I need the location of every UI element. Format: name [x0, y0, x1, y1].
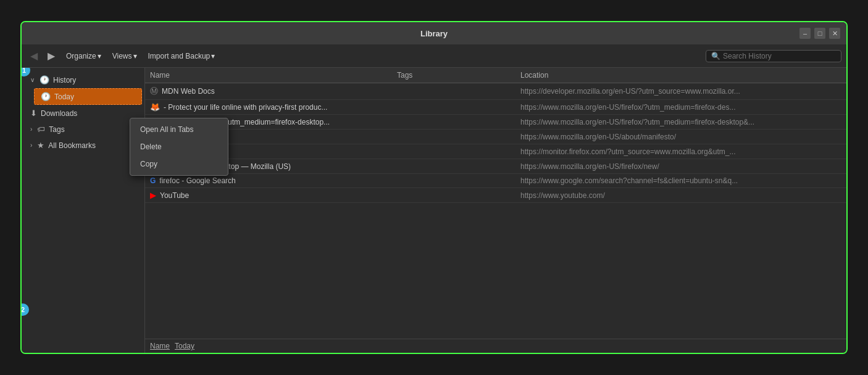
- table-row[interactable]: G firefoc - Google Search https://www.go…: [145, 174, 846, 188]
- context-menu: Open All in Tabs Delete Copy: [130, 118, 228, 176]
- import-backup-menu[interactable]: Import and Backup ▾: [143, 49, 220, 63]
- annotation-2: 2: [22, 303, 29, 316]
- sidebar-item-downloads[interactable]: ⬇ Downloads: [24, 105, 142, 121]
- row-location: https://www.google.com/search?channel=fs…: [520, 176, 841, 185]
- row-location: https://www.mozilla.org/en-US/about/mani…: [520, 133, 841, 141]
- row-location: https://www.youtube.com/: [520, 191, 841, 200]
- table-body: Ⓜ MDN Web Docs https://developer.mozilla…: [145, 83, 846, 339]
- tags-icon: 🏷: [37, 125, 45, 134]
- context-menu-open-all-tabs[interactable]: Open All in Tabs: [130, 121, 228, 138]
- minimize-button[interactable]: –: [799, 28, 811, 39]
- context-menu-delete[interactable]: Delete: [130, 138, 228, 155]
- footer-bar: Name Today: [145, 339, 846, 353]
- organize-menu[interactable]: Organize ▾: [61, 49, 106, 63]
- sidebar-item-history[interactable]: ∨ 🕐 History: [24, 72, 142, 88]
- content-area: Name Tags Location Ⓜ MDN Web Docs https:…: [145, 68, 846, 353]
- column-name: Name: [150, 71, 397, 80]
- table-row[interactable]: 🦊 mozilla.org/firefox/?utm_medium=firefo…: [145, 115, 846, 130]
- forward-button[interactable]: ▶: [44, 49, 59, 63]
- row-icon: Ⓜ: [150, 86, 158, 97]
- context-menu-copy[interactable]: Copy: [130, 155, 228, 173]
- table-row[interactable]: Ⓜ MDN Web Docs https://developer.mozilla…: [145, 83, 846, 100]
- search-input[interactable]: [723, 52, 836, 60]
- row-name-text: YouTube: [160, 191, 189, 200]
- window-title: Library: [420, 29, 448, 38]
- tags-expand-icon: ›: [30, 126, 32, 133]
- row-icon: ▶: [150, 191, 156, 200]
- row-location: https://www.mozilla.org/en-US/firefox/?u…: [520, 118, 841, 126]
- sidebar-item-all-bookmarks[interactable]: › ★ All Bookmarks: [24, 138, 142, 153]
- downloads-icon: ⬇: [30, 109, 37, 118]
- row-name-text: - Protect your life online with privacy-…: [164, 103, 327, 112]
- search-icon: 🔍: [711, 52, 720, 60]
- sidebar: 1 ∨ 🕐 History 🕐 Today ⬇ Downloads › 🏷: [22, 68, 145, 353]
- sidebar-item-tags-label: Tags: [49, 125, 64, 134]
- sidebar-item-today[interactable]: 🕐 Today: [34, 88, 142, 105]
- table-row[interactable]: 🦊 - Protect your life online with privac…: [145, 100, 846, 115]
- column-header: Name Tags Location: [145, 68, 846, 83]
- row-location: https://www.mozilla.org/en-US/firefox/?u…: [520, 103, 841, 112]
- titlebar: Library – □ ✕: [22, 22, 846, 44]
- today-icon: 🕐: [41, 92, 51, 101]
- bookmarks-icon: ★: [37, 141, 44, 150]
- column-location: Location: [520, 71, 841, 80]
- row-icon: 🦊: [150, 102, 160, 112]
- column-tags: Tags: [397, 71, 520, 80]
- views-menu[interactable]: Views ▾: [107, 49, 142, 63]
- window-controls: – □ ✕: [799, 28, 840, 39]
- library-window: Library – □ ✕ ◀ ▶ Organize ▾ Views ▾ Imp…: [20, 21, 848, 354]
- table-row[interactable]: ▶ YouTube https://www.youtube.com/: [145, 188, 846, 203]
- sidebar-item-tags[interactable]: › 🏷 Tags: [24, 122, 142, 137]
- back-button[interactable]: ◀: [27, 49, 41, 63]
- sidebar-item-today-label: Today: [54, 93, 74, 101]
- main-content: 1 ∨ 🕐 History 🕐 Today ⬇ Downloads › 🏷: [22, 68, 846, 353]
- sidebar-item-history-label: History: [53, 76, 76, 84]
- sidebar-item-all-bookmarks-label: All Bookmarks: [48, 141, 96, 150]
- history-icon: 🕐: [40, 75, 49, 84]
- table-row[interactable]: 🦊 Monitor https://monitor.firefox.com/?u…: [145, 144, 846, 159]
- row-location: https://www.mozilla.org/en-US/firefox/ne…: [520, 162, 841, 171]
- row-icon: G: [150, 176, 156, 185]
- footer-today-link[interactable]: Today: [175, 342, 194, 350]
- bookmarks-expand-icon: ›: [30, 142, 32, 149]
- footer-name-link[interactable]: Name: [150, 342, 170, 350]
- toolbar-menu: Organize ▾ Views ▾ Import and Backup ▾: [61, 49, 220, 63]
- sidebar-item-downloads-label: Downloads: [41, 109, 77, 118]
- row-name-text: MDN Web Docs: [162, 87, 215, 96]
- table-row[interactable]: 🦊 Get Firefox for desktop — Mozilla (US)…: [145, 159, 846, 174]
- row-location: https://monitor.firefox.com/?utm_source=…: [520, 147, 841, 156]
- search-box: 🔍: [706, 50, 841, 62]
- row-location: https://developer.mozilla.org/en-US/?utm…: [520, 87, 841, 96]
- history-expand-icon: ∨: [30, 76, 35, 83]
- close-button[interactable]: ✕: [829, 28, 840, 39]
- row-name-text: firefoc - Google Search: [159, 176, 235, 185]
- toolbar: ◀ ▶ Organize ▾ Views ▾ Import and Backup…: [22, 44, 846, 68]
- table-row[interactable]: 🦊 zilla Manifesto https://www.mozilla.or…: [145, 130, 846, 144]
- maximize-button[interactable]: □: [814, 28, 825, 39]
